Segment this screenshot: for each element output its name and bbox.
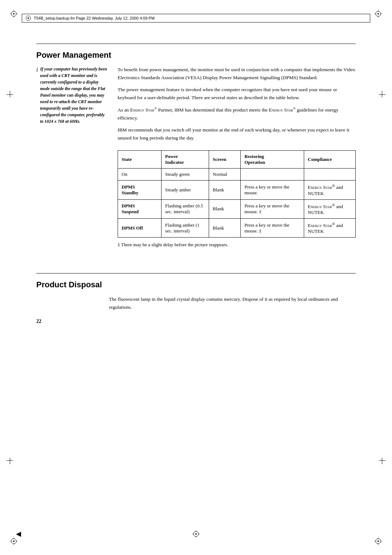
- paragraph-2: The power management feature is invoked …: [118, 86, 356, 101]
- right-column: To benefit from power management, the mo…: [118, 66, 356, 259]
- paragraph-4: IBM recommends that you switch off your …: [118, 126, 356, 142]
- table-footnote: ‡ There may be a slight delay before the…: [118, 242, 356, 248]
- svg-point-25: [195, 533, 197, 535]
- col-header-compliance: Compliance: [304, 151, 356, 169]
- bottom-center-reg-mark: [192, 530, 200, 539]
- crop-mark-right-bot: [379, 460, 385, 461]
- table-row: DPMSStandby Steady amber Blank Press a k…: [118, 181, 356, 199]
- table-row: On Steady green Normal: [118, 169, 356, 181]
- note-icon: i: [36, 66, 38, 73]
- reg-mark-top-right: [375, 10, 382, 17]
- cell-state-standby: DPMSStandby: [118, 181, 162, 199]
- crop-mark-v-left-top: [10, 91, 10, 97]
- reg-mark-bottom-right: [375, 538, 382, 545]
- cell-power-suspend: Flashing amber (0.5 sec. interval): [162, 199, 209, 218]
- main-content: Power Management i If your computer has …: [36, 44, 356, 519]
- crop-mark-v-right-top: [382, 91, 382, 97]
- cell-screen-off: Blank: [209, 219, 241, 238]
- power-management-title: Power Management: [36, 50, 356, 60]
- cell-power-standby: Steady amber: [162, 181, 209, 199]
- paragraph-1: To benefit from power management, the mo…: [118, 66, 356, 81]
- svg-point-1: [13, 13, 15, 15]
- crop-mark-v-left-bot: [10, 458, 10, 464]
- paragraph-3: As an Energy Star® Partner, IBM has dete…: [118, 106, 356, 122]
- cell-power-off: Flashing amber (1 sec. interval): [162, 219, 209, 238]
- cell-screen-on: Normal: [209, 169, 241, 181]
- power-management-table: State PowerIndicator Screen RestoringOpe…: [118, 150, 356, 238]
- table-header-row: State PowerIndicator Screen RestoringOpe…: [118, 151, 356, 169]
- product-disposal-title: Product Disposal: [36, 280, 356, 289]
- reg-mark-top-left: [10, 10, 17, 17]
- file-header-text: T54B_setup.backup.fm Page 22 Wednesday, …: [34, 16, 155, 20]
- col-header-restoring: RestoringOperation: [241, 151, 304, 169]
- cell-power-on: Steady green: [162, 169, 209, 181]
- crop-mark-right-top: [379, 94, 385, 95]
- table-row: DPMSSuspend Flashing amber (0.5 sec. int…: [118, 199, 356, 218]
- cell-restoring-on: [241, 169, 304, 181]
- cell-restoring-off: Press a key or move the mouse. ‡: [241, 219, 304, 238]
- svg-marker-30: [16, 532, 21, 537]
- crop-mark-v-right-bot: [382, 458, 382, 464]
- page-number: 22: [36, 319, 356, 324]
- cell-compliance-on: [304, 169, 356, 181]
- bottom-rule: [36, 273, 356, 274]
- two-column-layout: i If your computer has previously been u…: [36, 66, 356, 259]
- col-header-power: PowerIndicator: [162, 151, 209, 169]
- cell-screen-suspend: Blank: [209, 199, 241, 218]
- cell-state-on: On: [118, 169, 162, 181]
- product-disposal-section: Product Disposal The fluorescent lamp in…: [36, 273, 356, 311]
- cell-state-suspend: DPMSSuspend: [118, 199, 162, 218]
- cell-compliance-off: Energy Star® and NUTEK: [304, 219, 356, 238]
- page: T54B_setup.backup.fm Page 22 Wednesday, …: [0, 0, 392, 555]
- registration-circle: [26, 16, 31, 21]
- top-rule: [36, 44, 356, 44]
- svg-point-13: [13, 540, 15, 542]
- cell-restoring-suspend: Press a key or move the mouse. ‡: [241, 199, 304, 218]
- table-row: DPMS Off Flashing amber (1 sec. interval…: [118, 219, 356, 238]
- product-disposal-content: The fluorescent lamp in the liquid cryst…: [36, 295, 356, 311]
- cell-compliance-standby: Energy Star® and NUTEK: [304, 181, 356, 199]
- col-header-state: State: [118, 151, 162, 169]
- note-text: If your computer has previously been use…: [40, 66, 109, 125]
- cell-state-off: DPMS Off: [118, 219, 162, 238]
- left-arrow-mark: [16, 532, 21, 538]
- cell-restoring-standby: Press a key or move the mouse.: [241, 181, 304, 199]
- svg-point-19: [377, 540, 379, 542]
- cell-compliance-suspend: Energy Star® and NUTEK: [304, 199, 356, 218]
- col-header-screen: Screen: [209, 151, 241, 169]
- left-column: i If your computer has previously been u…: [36, 66, 109, 259]
- cell-screen-standby: Blank: [209, 181, 241, 199]
- file-header: T54B_setup.backup.fm Page 22 Wednesday, …: [22, 14, 370, 23]
- svg-point-7: [377, 13, 379, 15]
- product-disposal-text: The fluorescent lamp in the liquid cryst…: [109, 295, 356, 311]
- note-box: i If your computer has previously been u…: [36, 66, 109, 125]
- reg-mark-bottom-left: [10, 538, 17, 545]
